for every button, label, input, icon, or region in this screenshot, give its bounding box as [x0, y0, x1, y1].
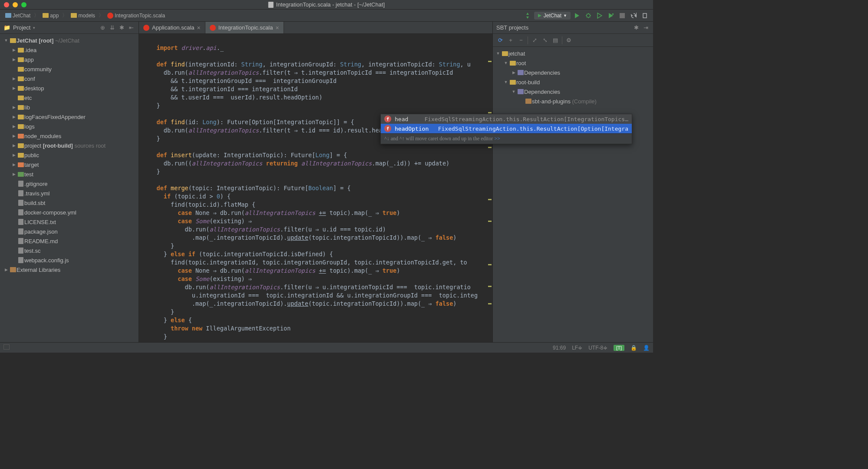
completion-item[interactable]: f head FixedSqlStreamingAction.this.Resu…	[381, 114, 632, 124]
tree-root[interactable]: ▼ JetChat [root] ~/JetChat	[0, 36, 139, 45]
minimize-window-button[interactable]	[13, 2, 18, 7]
tree-arrow-icon[interactable]: ▶	[10, 115, 17, 119]
tree-row[interactable]: README.md	[0, 236, 139, 246]
tree-row[interactable]: ▶conf	[0, 74, 139, 83]
tree-row[interactable]: ▶desktop	[0, 83, 139, 93]
tree-arrow-icon[interactable]: ▶	[10, 86, 17, 90]
tree-arrow-icon[interactable]: ▶	[10, 172, 17, 176]
target-icon[interactable]: ⊕	[99, 24, 106, 32]
tree-arrow-icon[interactable]: ▶	[10, 143, 17, 148]
editor-marker-bar[interactable]	[486, 34, 492, 342]
breadcrumb-item-root[interactable]: JetChat	[3, 12, 32, 20]
chevron-down-icon[interactable]: ▼	[495, 51, 502, 56]
tree-row[interactable]: ▶app	[0, 55, 139, 64]
chevron-down-icon[interactable]: ▼	[3, 38, 10, 43]
sbt-tree-row[interactable]: ▼root-build	[493, 77, 653, 87]
tree-row[interactable]: webpack.config.js	[0, 255, 139, 265]
code-completion-popup[interactable]: f head FixedSqlStreamingAction.this.Resu…	[380, 114, 632, 144]
close-icon[interactable]: ×	[276, 24, 279, 31]
tree-row[interactable]: LICENSE.txt	[0, 217, 139, 227]
tree-row[interactable]: ▶test	[0, 169, 139, 179]
tree-row[interactable]: ▶project [root-build] sources root	[0, 141, 139, 150]
tree-arrow-icon[interactable]: ▼	[502, 80, 509, 84]
project-tree[interactable]: ▼ JetChat [root] ~/JetChat ▶.idea▶appcom…	[0, 34, 139, 342]
sbt-tree-row[interactable]: ▼root	[493, 58, 653, 68]
sync-button[interactable]	[629, 11, 638, 20]
encoding-indicator[interactable]: UTF-8≑	[588, 345, 607, 351]
debug-button[interactable]	[584, 11, 593, 20]
collapse-icon[interactable]: ⇊	[108, 24, 116, 32]
sbt-root[interactable]: ▼ jetchat	[493, 49, 653, 58]
tree-row[interactable]: ▶target	[0, 160, 139, 169]
tree-row[interactable]: docker-compose.yml	[0, 208, 139, 217]
breadcrumb-item-file[interactable]: IntegrationTopic.scala	[106, 12, 167, 20]
tree-row[interactable]: .travis.yml	[0, 188, 139, 198]
chevron-down-icon[interactable]: ▾	[33, 26, 35, 30]
settings-icon[interactable]: ⚙	[565, 36, 573, 44]
coverage-button[interactable]	[595, 11, 604, 20]
tree-row[interactable]: ▶public	[0, 150, 139, 160]
tree-arrow-icon[interactable]: ▶	[10, 57, 17, 62]
run-button[interactable]	[572, 11, 582, 20]
line-separator-indicator[interactable]: LF≑	[572, 345, 582, 351]
completion-item-selected[interactable]: f headOption FixedSqlStreamingAction.thi…	[381, 124, 632, 133]
tree-arrow-icon[interactable]: ▶	[10, 153, 17, 157]
sbt-tree-row[interactable]: ▼Dependencies	[493, 87, 653, 96]
tree-node-icon	[17, 190, 24, 196]
stop-button[interactable]	[617, 11, 627, 20]
tree-row[interactable]: .gitignore	[0, 179, 139, 188]
gear-icon[interactable]: ✱	[118, 24, 125, 32]
tree-row[interactable]: test.sc	[0, 246, 139, 255]
tree-arrow-icon[interactable]: ▶	[10, 124, 17, 129]
hide-icon[interactable]: ⇥	[642, 24, 650, 32]
add-icon[interactable]: +	[507, 36, 515, 44]
code-editor[interactable]: import driver.api._ def find(integration…	[139, 34, 492, 342]
sbt-tree[interactable]: ▼ jetchat ▼root▶Dependencies▼root-build▼…	[493, 47, 653, 342]
tree-arrow-icon[interactable]: ▼	[510, 89, 517, 94]
tree-row[interactable]: build.sbt	[0, 198, 139, 208]
gear-icon[interactable]: ✱	[632, 24, 640, 32]
tree-row[interactable]: ▶logFacesFixedAppender	[0, 112, 139, 122]
tree-row[interactable]: ▶logs	[0, 122, 139, 131]
tree-external-libs[interactable]: ▶ External Libraries	[0, 265, 139, 274]
inspector-icon[interactable]: 👤	[643, 345, 650, 351]
sbt-tree-row[interactable]: sbt-and-plugins (Compile)	[493, 96, 653, 106]
tree-arrow-icon[interactable]: ▶	[510, 70, 517, 75]
close-icon[interactable]: ×	[197, 24, 201, 31]
show-dep-icon[interactable]: ▤	[551, 36, 559, 44]
tree-arrow-icon[interactable]: ▶	[10, 105, 17, 109]
close-window-button[interactable]	[4, 2, 9, 7]
sbt-tree-row[interactable]: ▶Dependencies	[493, 68, 653, 77]
editor-tab[interactable]: IntegrationTopic.scala×	[205, 22, 284, 33]
goto-line-indicator[interactable]: 91:69	[553, 345, 566, 351]
hide-icon[interactable]: ⇤	[127, 24, 135, 32]
lock-icon[interactable]: 🔒	[630, 345, 637, 351]
tree-row[interactable]: community	[0, 64, 139, 74]
breadcrumb-item-models[interactable]: models	[69, 12, 97, 20]
zoom-window-button[interactable]	[21, 2, 26, 7]
remove-icon[interactable]: −	[517, 36, 525, 44]
breadcrumb-item-app[interactable]: app	[41, 12, 60, 20]
tree-arrow-icon[interactable]: ▶	[10, 134, 17, 138]
collapse-all-icon[interactable]: ⤡	[541, 36, 549, 44]
refresh-icon[interactable]: ⟳	[496, 36, 504, 44]
tree-row[interactable]: ▶node_modules	[0, 131, 139, 141]
tree-arrow-icon[interactable]: ▼	[502, 61, 509, 65]
build-button[interactable]	[523, 11, 532, 20]
editor-tab[interactable]: Application.scala×	[139, 22, 205, 33]
tree-row[interactable]: package.json	[0, 227, 139, 236]
profile-button[interactable]	[606, 11, 616, 20]
tree-row[interactable]: etc	[0, 93, 139, 102]
tree-arrow-icon[interactable]: ▶	[10, 76, 17, 81]
tree-arrow-icon[interactable]: ▶	[10, 48, 17, 52]
git-branch-indicator[interactable]: [T]	[614, 345, 624, 351]
tree-row[interactable]: ▶lib	[0, 102, 139, 112]
settings-button[interactable]	[640, 11, 650, 20]
run-config-selector[interactable]: JetChat ▼	[534, 12, 571, 20]
chevron-right-icon[interactable]: ▶	[3, 268, 10, 272]
tree-row[interactable]: ▶.idea	[0, 45, 139, 55]
memory-indicator[interactable]	[3, 344, 10, 350]
completion-hint-link[interactable]: >>	[494, 135, 500, 142]
expand-all-icon[interactable]: ⤢	[531, 36, 538, 44]
tree-arrow-icon[interactable]: ▶	[10, 162, 17, 167]
